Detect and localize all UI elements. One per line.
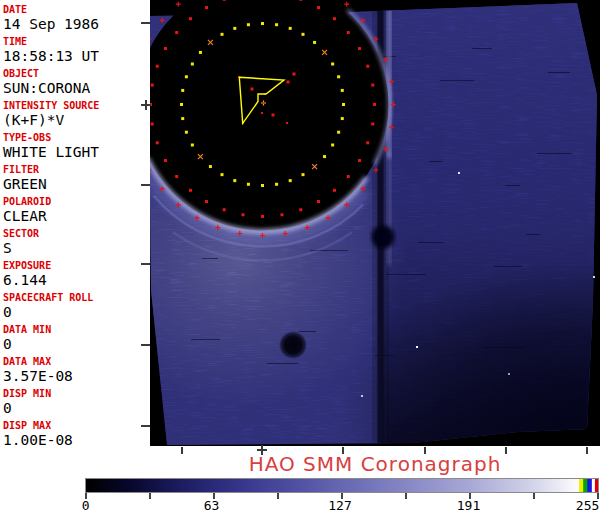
- colorbar-tick: [405, 493, 407, 499]
- sidebar-field: DATA MAX3.57E-08: [3, 355, 150, 387]
- field-value: 0: [3, 304, 150, 321]
- sidebar-field: TIME18:58:13 UT: [3, 35, 150, 67]
- field-value: 0: [3, 336, 150, 353]
- field-value: SUN:CORONA: [3, 80, 150, 97]
- axis-tick: [424, 447, 426, 454]
- metadata-sidebar: DATE14 Sep 1986TIME18:58:13 UTOBJECTSUN:…: [0, 0, 150, 460]
- sidebar-field: INTENSITY SOURCE(K+F)*V: [3, 99, 150, 131]
- coronagraph-image: [150, 0, 600, 446]
- field-label: DATA MIN: [3, 323, 150, 336]
- colorbar-tick-label: 255: [576, 499, 599, 512]
- sidebar-field: FILTERGREEN: [3, 163, 150, 195]
- axis-tick: [141, 344, 150, 346]
- field-label: FILTER: [3, 163, 150, 176]
- field-value: (K+F)*V: [3, 112, 150, 129]
- field-label: DATA MAX: [3, 355, 150, 368]
- field-label: DISP MIN: [3, 387, 150, 400]
- field-label: TYPE-OBS: [3, 131, 150, 144]
- field-label: INTENSITY SOURCE: [3, 99, 150, 112]
- sidebar-field: EXPOSURE6.144: [3, 259, 150, 291]
- colorbar-tick: [277, 493, 279, 499]
- field-value: GREEN: [3, 176, 150, 193]
- field-label: DATE: [3, 3, 150, 16]
- field-label: SPACECRAFT ROLL: [3, 291, 150, 304]
- axis-tick: [141, 22, 150, 24]
- field-value: 6.144: [3, 272, 150, 289]
- field-value: 18:58:13 UT: [3, 48, 150, 65]
- field-value: WHITE LIGHT: [3, 144, 150, 161]
- instrument-title: HAO SMM Coronagraph: [150, 452, 600, 476]
- pylon-knob: [372, 226, 395, 249]
- field-label: OBJECT: [3, 67, 150, 80]
- pylon-bright-edge: [387, 150, 392, 265]
- field-value: 0: [3, 400, 150, 417]
- field-label: POLAROID: [3, 195, 150, 208]
- axis-tick: [586, 447, 588, 454]
- dark-artifact-spot: [279, 331, 307, 359]
- axis-tick: [261, 445, 263, 455]
- axis-tick: [145, 100, 147, 110]
- axis-tick: [141, 425, 150, 427]
- coronagraph-image-area: [150, 0, 600, 446]
- sidebar-field: SECTORS: [3, 227, 150, 259]
- colorbar-tick-label: 0: [82, 499, 90, 512]
- colorbar: [85, 478, 599, 493]
- sidebar-field: SPACECRAFT ROLL0: [3, 291, 150, 323]
- sidebar-field: TYPE-OBSWHITE LIGHT: [3, 131, 150, 163]
- axis-tick: [342, 447, 344, 454]
- colorbar-tick-label: 127: [328, 499, 351, 512]
- colorbar-tick-label: 191: [457, 499, 480, 512]
- field-value: 3.57E-08: [3, 368, 150, 385]
- field-value: CLEAR: [3, 208, 150, 225]
- sidebar-field: POLAROIDCLEAR: [3, 195, 150, 227]
- sidebar-field: DATA MIN0: [3, 323, 150, 355]
- sidebar-field: DISP MIN0: [3, 387, 150, 419]
- sidebar-field: DATE14 Sep 1986: [3, 3, 150, 35]
- axis-tick: [505, 447, 507, 454]
- axis-tick: [181, 447, 183, 454]
- colorbar-tick: [149, 493, 151, 499]
- smm-coronagraph-viewer: { "window": {"width": 600, "height": 512…: [0, 0, 600, 512]
- field-label: DISP MAX: [3, 419, 150, 432]
- axis-tick: [141, 263, 150, 265]
- colorbar-gradient: [86, 479, 598, 492]
- colorbar-tick-label: 63: [204, 499, 220, 512]
- field-value: S: [3, 240, 150, 257]
- field-label: SECTOR: [3, 227, 150, 240]
- field-label: EXPOSURE: [3, 259, 150, 272]
- field-value: 1.00E-08: [3, 432, 150, 449]
- field-value: 14 Sep 1986: [3, 16, 150, 33]
- axis-tick: [141, 184, 150, 186]
- sidebar-field: DISP MAX1.00E-08: [3, 419, 150, 451]
- sidebar-fields: DATE14 Sep 1986TIME18:58:13 UTOBJECTSUN:…: [3, 3, 150, 451]
- field-label: TIME: [3, 35, 150, 48]
- colorbar-tick: [533, 493, 535, 499]
- sidebar-field: OBJECTSUN:CORONA: [3, 67, 150, 99]
